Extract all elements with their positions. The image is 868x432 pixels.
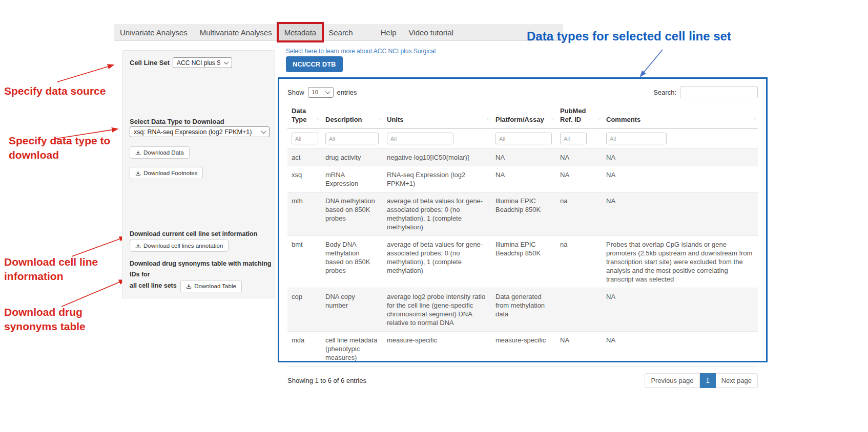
tab-help[interactable]: Help — [375, 24, 403, 40]
cell-line-set-value: ACC NCI plus Surgical — [177, 59, 220, 67]
column-header-description[interactable]: Description↑↓ — [321, 104, 383, 128]
search-label: Search: — [653, 89, 676, 96]
previous-page-button[interactable]: Previous page — [645, 373, 699, 388]
download-data-button[interactable]: Download Data — [130, 146, 190, 159]
table-row: actdrug activitynegative log10[IC50(mola… — [287, 149, 758, 166]
download-icon — [135, 170, 141, 176]
download-table-button[interactable]: Download Table — [180, 280, 242, 292]
table-row: mthDNA methylation based on 850K probesa… — [287, 192, 758, 236]
annotation-data-types: Data types for selected cell line set — [527, 29, 731, 44]
table-cell: na — [556, 192, 602, 236]
table-cell: Body DNA methylation based on 850K probe… — [321, 236, 383, 288]
table-cell: average of beta values for gene-associat… — [383, 192, 491, 236]
filter-input-data-type[interactable] — [292, 133, 318, 144]
arrow-cell-line-info — [72, 237, 125, 256]
sort-icon[interactable]: ↑↓ — [551, 115, 554, 123]
column-header-label: Platform/Assay — [495, 116, 544, 123]
top-nav: Univariate Analyses Multivariate Analyse… — [114, 24, 563, 41]
column-header-label: Units — [387, 116, 404, 123]
tab-multivariate-analyses[interactable]: Multivariate Analyses — [194, 24, 278, 40]
filter-cell — [556, 128, 602, 149]
page-1-button[interactable]: 1 — [700, 373, 716, 388]
cell-line-set-select[interactable]: ACC NCI plus Surgical — [173, 57, 232, 68]
page-length-select[interactable]: 10 — [308, 87, 334, 98]
table-cell: mth — [287, 192, 321, 236]
next-page-button[interactable]: Next page — [716, 373, 758, 388]
annotation-download-cell-line-info: Download cell line information — [4, 255, 98, 284]
drug-synonyms-heading: Download drug synonyms table with matchi… — [130, 258, 272, 292]
sort-icon[interactable]: ↑↓ — [316, 115, 320, 123]
table-cell: cell line metadata (phenotypic measures) — [321, 332, 383, 366]
download-icon — [135, 243, 141, 249]
column-header-label: Description — [325, 116, 362, 123]
arrow-drug-synonyms — [61, 280, 125, 307]
annotation-line: Download drug — [4, 305, 86, 319]
filter-input-units[interactable] — [387, 133, 453, 144]
sort-icon[interactable]: ↑↓ — [753, 115, 756, 123]
table-row: xsqmRNA ExpressionRNA-seq Expression (lo… — [287, 166, 758, 192]
entries-label: entries — [337, 89, 357, 96]
filter-cell — [321, 128, 383, 149]
data-type-label: Select Data Type to Download — [130, 118, 224, 125]
table-cell: NA — [602, 332, 758, 366]
sort-icon[interactable]: ↑↓ — [378, 115, 381, 123]
table-cell: average log2 probe intensity ratio for t… — [383, 288, 491, 332]
table-row: copDNA copy numberaverage log2 probe int… — [287, 288, 758, 332]
table-cell: NA — [556, 149, 602, 166]
sort-icon[interactable]: ↑↓ — [486, 115, 490, 123]
chevron-down-icon — [261, 128, 266, 134]
download-icon — [135, 150, 141, 156]
table-cell: NA — [491, 149, 556, 166]
column-header-comments[interactable]: Comments↑↓ — [602, 104, 758, 128]
tab-video-tutorial[interactable]: Video tutorial — [403, 24, 460, 40]
filter-cell — [602, 128, 758, 149]
download-table-label: Download Table — [194, 283, 236, 289]
column-header-data-type[interactable]: Data Type↑↓ — [287, 104, 321, 128]
sort-icon[interactable]: ↑↓ — [597, 115, 601, 123]
annotation-line: information — [4, 269, 98, 284]
chevron-down-icon — [224, 59, 229, 64]
table-controls: Show 10 entries Search: — [287, 86, 758, 98]
column-header-pubmed[interactable]: PubMed Ref. ID↑↓ — [556, 104, 602, 128]
chevron-down-icon — [325, 89, 330, 94]
pagination: Previous page 1 Next page — [645, 373, 758, 388]
annotation-download-drug-synonyms: Download drug synonyms table — [4, 305, 86, 334]
arrow-data-source — [57, 65, 113, 82]
data-source-button[interactable]: NCI/CCR DTB — [286, 56, 343, 72]
column-header-label: PubMed Ref. ID — [560, 107, 586, 123]
tab-search[interactable]: Search — [322, 24, 359, 40]
download-cell-lines-annotation-button[interactable]: Download cell lines annotation — [130, 240, 229, 252]
table-footer: Showing 1 to 6 of 6 entries Previous pag… — [287, 373, 758, 388]
filter-input-pubmed[interactable] — [560, 133, 587, 144]
table-cell: NA — [491, 166, 556, 192]
annotation-line: Download cell line — [4, 255, 98, 269]
filter-input-description[interactable] — [325, 133, 379, 144]
data-types-table: Data Type↑↓ Description↑↓ Units↑↓ Platfo… — [287, 104, 758, 366]
learn-more-link[interactable]: Select here to learn more about ACC NCI … — [286, 48, 436, 55]
filter-input-comments[interactable] — [606, 133, 667, 144]
table-cell: negative log10[IC50(molar)] — [383, 149, 491, 166]
table-cell: NA — [556, 166, 602, 192]
annotation-line: download — [9, 148, 110, 162]
data-type-select[interactable]: xsq: RNA-seq Expression (log2 FPKM+1) — [130, 126, 270, 137]
tab-metadata[interactable]: Metadata — [278, 24, 323, 40]
column-header-platform[interactable]: Platform/Assay↑↓ — [491, 104, 556, 128]
download-footnotes-button[interactable]: Download Footnotes — [130, 167, 203, 179]
table-cell: cop — [287, 288, 321, 332]
table-cell: RNA-seq Expression (log2 FPKM+1) — [383, 166, 491, 192]
table-cell: NA — [556, 332, 602, 366]
table-cell: NA — [602, 192, 758, 236]
column-header-units[interactable]: Units↑↓ — [383, 104, 491, 128]
column-header-label: Comments — [606, 116, 640, 123]
search-input[interactable] — [680, 86, 758, 98]
data-types-panel: Show 10 entries Search: Data Type↑↓ Desc… — [278, 77, 768, 362]
annotation-line: synonyms table — [4, 319, 86, 334]
table-info-text: Showing 1 to 6 of 6 entries — [287, 377, 366, 384]
table-cell: measure-specific — [491, 332, 556, 366]
filter-input-platform[interactable] — [495, 133, 552, 144]
tab-univariate-analyses[interactable]: Univariate Analyses — [114, 24, 194, 40]
table-cell: Illumina EPIC Beadchip 850K — [491, 192, 556, 236]
cell-line-info-heading: Download current cell line set informati… — [130, 230, 257, 237]
sidebar-panel: Cell Line Set ACC NCI plus Surgical Sele… — [122, 50, 275, 298]
table-row: bmtBody DNA methylation based on 850K pr… — [287, 236, 758, 288]
